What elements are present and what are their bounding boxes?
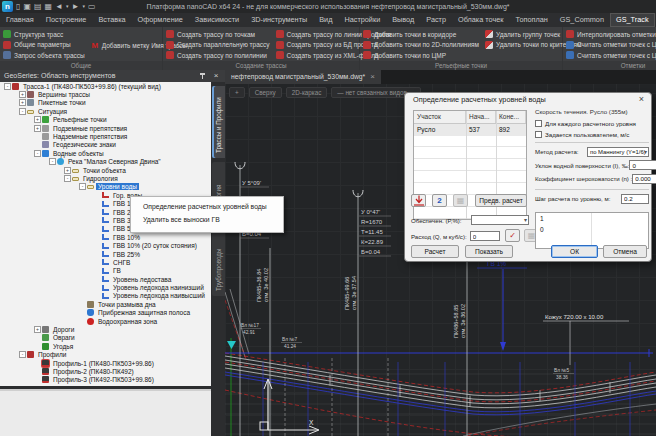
user-defined-checkbox-row[interactable]: Задается пользователем, м/с [535, 131, 649, 138]
tree-expander[interactable]: + [64, 167, 71, 174]
save-icon[interactable]: ▤ [34, 0, 42, 13]
undo-icon[interactable]: ◄ [55, 0, 63, 13]
ribbon-button[interactable]: Считать отметки точек с ЦМР авто [563, 50, 656, 61]
ribbon-button[interactable]: Создать трассу по точкам [163, 29, 273, 40]
tree-node[interactable]: Надземные препятствия [0, 132, 211, 140]
tree-node[interactable]: Прибрежная защитная полоса [0, 309, 211, 317]
ok-button[interactable]: ОК [551, 245, 598, 258]
tree-node[interactable]: Профиль-2 (ПК480-ПК492) [0, 367, 211, 375]
ribbon-button[interactable]: Запрос объекта трассы [0, 50, 88, 61]
tree-node[interactable]: +Точки объекта [0, 166, 211, 174]
undo-dropdown-icon[interactable]: ▾ [66, 0, 69, 13]
ribbon-button[interactable]: Добавить точки по ЦМР [360, 50, 482, 61]
ribbon-button[interactable]: Создать параллельную трассу [163, 40, 273, 51]
tree-node[interactable]: -Ситуация [0, 107, 211, 115]
palette-close-icon[interactable]: × [212, 72, 220, 80]
user-defined-checkbox[interactable] [535, 131, 542, 138]
tree-expander[interactable]: - [4, 83, 11, 90]
apply-flow-button[interactable]: ✓ [505, 229, 520, 242]
ribbon-button[interactable]: Создать трассу по полилинии [163, 50, 273, 61]
ribbon-tab-вывод[interactable]: Вывод [386, 13, 420, 27]
tree-node[interactable]: Точки размыва дна [0, 300, 211, 308]
roughness-input[interactable] [632, 174, 656, 184]
ribbon-button[interactable]: Считать отметки точек с ЦМР [563, 40, 656, 51]
ribbon-tab-построение[interactable]: Построение [40, 13, 93, 27]
tree-expander[interactable]: + [19, 99, 26, 106]
tree-node[interactable]: +Подземные препятствия [0, 124, 211, 132]
prelim-calc-button[interactable]: Предв. расчет [475, 194, 527, 207]
tree-expander[interactable]: - [79, 183, 86, 190]
tree-expander[interactable]: + [19, 91, 26, 98]
ribbon-button[interactable]: Структура трасс [0, 29, 88, 40]
pin-icon[interactable] [199, 72, 207, 80]
tree-expander[interactable]: - [49, 158, 56, 165]
tree-node[interactable]: ГВВ 25% [0, 250, 211, 258]
tree-node[interactable]: -Профили [0, 351, 211, 359]
probability-select[interactable]: ▾ [471, 215, 529, 225]
ribbon-button[interactable]: Добавить точки в коридоре [360, 29, 482, 40]
levels-list[interactable]: 10 [535, 212, 649, 249]
ribbon-tab-растр[interactable]: Растр [420, 13, 452, 27]
tree-node[interactable]: Уровень ледостава [0, 275, 211, 283]
calc-button[interactable]: Расчет [411, 245, 459, 258]
ribbon-tab-настройки[interactable]: Настройки [338, 13, 386, 27]
visual-style-button[interactable]: 2D-каркас [286, 87, 328, 98]
tree-expander[interactable]: - [64, 175, 71, 182]
table-row[interactable]: Русло537892 [414, 124, 526, 136]
ribbon-button[interactable]: Интерполировать отметки точек [563, 29, 656, 40]
tree-node[interactable]: Водоохранная зона [0, 317, 211, 325]
water-level-tool-button[interactable] [411, 194, 426, 207]
add-viewport-button[interactable]: + [229, 87, 245, 98]
tree-expander[interactable]: - [19, 351, 26, 358]
dialog-close-icon[interactable]: × [639, 94, 644, 104]
ribbon-button[interactable]: Общие параметры [0, 40, 88, 51]
step-input[interactable] [621, 194, 649, 204]
tree-node[interactable]: +Вершины трассы [0, 90, 211, 98]
redo-icon[interactable]: ► [72, 0, 80, 13]
ribbon-tab-зависимости[interactable]: Зависимости [189, 13, 245, 27]
tree-node[interactable]: -Гидрология [0, 174, 211, 182]
tree-node[interactable]: -Трасса-1 (ПК480-ПК503+99.86) (текущий в… [0, 82, 211, 90]
per-level-checkbox-row[interactable]: Для каждого расчетного уровня [535, 120, 649, 127]
tree-expander[interactable]: - [19, 108, 26, 115]
open-file-icon[interactable]: ▣ [23, 0, 31, 13]
ribbon-button[interactable]: Добавить точки по 2D-полилиниям [360, 40, 482, 51]
ribbon-tab-3d-инструменты[interactable]: 3D-инструменты [245, 13, 313, 27]
ribbon-tab-облака-точек[interactable]: Облака точек [452, 13, 510, 27]
tree-node[interactable]: Угодья [0, 342, 211, 350]
ribbon-tab-оформление[interactable]: Оформление [132, 13, 189, 27]
context-menu-item-2[interactable]: Удалить все выноски ГВ [131, 213, 283, 226]
tree-node[interactable]: Уровень ледохода наинизший [0, 283, 211, 291]
ribbon-tab-топоплан[interactable]: Топоплан [510, 13, 554, 27]
app-logo-icon[interactable]: n [2, 1, 13, 12]
tree-node[interactable]: +Пикетные точки [0, 99, 211, 107]
ribbon-tab-gs-common[interactable]: GS_Common [554, 13, 610, 27]
tree-node[interactable]: СНГВ [0, 258, 211, 266]
tree-expander[interactable]: + [34, 125, 41, 132]
document-tab[interactable]: нефтепровод магистральный_530мм.dwg* × [225, 70, 381, 84]
method-select[interactable]: по Маннингу (Y=1/6)▾ [587, 147, 649, 157]
grid-tool-button[interactable]: ▦ [453, 194, 468, 207]
print-icon[interactable]: ▭ [88, 0, 96, 13]
tree-node[interactable]: -Водные объекты [0, 149, 211, 157]
ribbon-tab-вставка[interactable]: Вставка [92, 13, 131, 27]
tree-node[interactable]: +Дороги [0, 325, 211, 333]
tree-node[interactable]: ГВВ 10% (20 суток стояния) [0, 241, 211, 249]
document-tab-close-icon[interactable]: × [370, 70, 375, 84]
ribbon-tab-gs-track[interactable]: GS_Track [610, 13, 655, 27]
redo-dropdown-icon[interactable]: ▾ [82, 0, 85, 13]
ribbon-tab-главная[interactable]: Главная [0, 13, 40, 27]
tree-expander[interactable]: - [34, 150, 41, 157]
flow-input[interactable] [470, 231, 500, 241]
tree-node[interactable]: ГВ [0, 267, 211, 275]
tree-node[interactable]: ГВВ 10% [0, 233, 211, 241]
second-level-tool-button[interactable]: 2 [432, 194, 447, 207]
context-menu-item-1[interactable]: Определение расчетных уровней воды [131, 200, 283, 213]
tree-node[interactable]: Профиль-1 (ПК480-ПК503+99.86) [0, 359, 211, 367]
per-level-checkbox[interactable] [535, 120, 542, 127]
ribbon-tab-вид[interactable]: Вид [313, 13, 338, 27]
tree-node[interactable]: Овраги [0, 334, 211, 342]
tree-node[interactable]: Уровень ледохода наивысший [0, 292, 211, 300]
show-button[interactable]: Показать [465, 245, 513, 258]
palette-tab-1[interactable]: Трассы и Профили [212, 86, 225, 158]
